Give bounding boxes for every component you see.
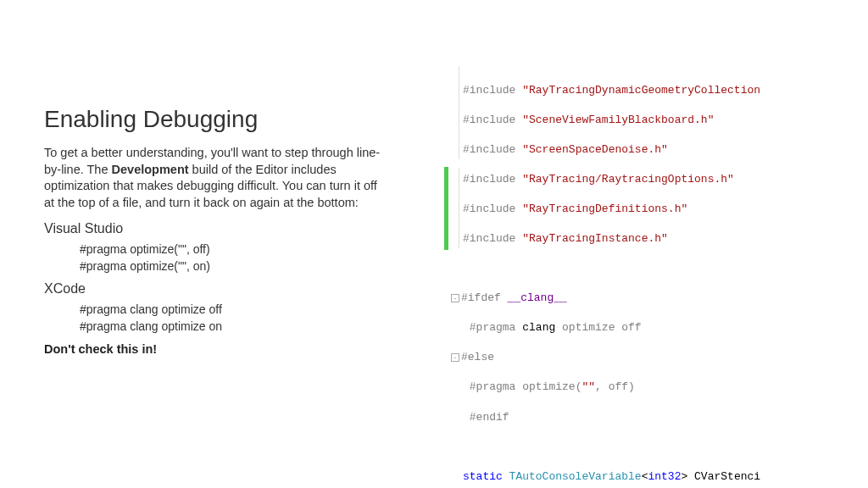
pragma-tail: optimize off bbox=[555, 321, 641, 334]
xcode-pragma-on: #pragma clang optimize on bbox=[80, 319, 383, 336]
fold-icon: - bbox=[451, 353, 459, 362]
code-screenshot: #include "RayTracingDynamicGeometryColle… bbox=[451, 68, 858, 488]
empty-str: "" bbox=[581, 380, 595, 393]
pragma-kw: #pragma bbox=[470, 321, 522, 334]
include-path: "RayTracing/RaytracingOptions.h" bbox=[522, 173, 734, 186]
static-kw: static bbox=[463, 470, 509, 483]
include-kw: #include bbox=[463, 202, 522, 215]
xcode-pragma-block: #pragma clang optimize off #pragma clang… bbox=[44, 302, 383, 335]
include-path: "RayTracingInstance.h" bbox=[522, 232, 668, 245]
include-path: "SceneViewFamilyBlackboard.h" bbox=[522, 114, 714, 126]
vs-pragma-block: #pragma optimize("", off) #pragma optimi… bbox=[44, 241, 383, 274]
xcode-label: XCode bbox=[44, 281, 383, 297]
body-bold: Development bbox=[112, 163, 189, 176]
include-path: "RayTracingDynamicGeometryCollection bbox=[522, 84, 760, 97]
vs-label: Visual Studio bbox=[44, 221, 383, 236]
include-path: "ScreenSpaceDenoise.h" bbox=[522, 143, 668, 156]
include-kw: #include bbox=[463, 232, 522, 245]
ifdef-kw: #ifdef bbox=[461, 291, 508, 304]
else-kw: #else bbox=[461, 351, 494, 363]
type-tauto: TAutoConsoleVariable bbox=[509, 470, 642, 483]
include-kw: #include bbox=[463, 173, 522, 186]
include-path: "RayTracingDefinitions.h" bbox=[522, 202, 687, 215]
include-kw: #include bbox=[463, 84, 522, 97]
clang-macro: __clang__ bbox=[508, 291, 567, 304]
clang-word: clang bbox=[522, 321, 555, 334]
body-paragraph: To get a better understanding, you'll wa… bbox=[44, 145, 383, 211]
endif-kw: #endif bbox=[470, 411, 509, 424]
include-kw: #include bbox=[463, 143, 522, 156]
pragma-kw: #pragma bbox=[470, 380, 522, 393]
vs-pragma-on: #pragma optimize("", on) bbox=[80, 258, 383, 275]
pragma-off: , off) bbox=[595, 380, 635, 393]
include-kw: #include bbox=[463, 114, 522, 126]
cvar-name: > CVarStenci bbox=[681, 470, 760, 483]
type-int32: int32 bbox=[648, 470, 681, 483]
fold-icon: - bbox=[451, 294, 459, 302]
pragma-opt: optimize( bbox=[522, 380, 581, 393]
xcode-pragma-off: #pragma clang optimize off bbox=[80, 302, 383, 319]
warning-text: Don't check this in! bbox=[44, 342, 383, 356]
page-title: Enabling Debugging bbox=[44, 106, 383, 133]
change-marker bbox=[444, 167, 448, 250]
vs-pragma-off: #pragma optimize("", off) bbox=[80, 241, 383, 258]
